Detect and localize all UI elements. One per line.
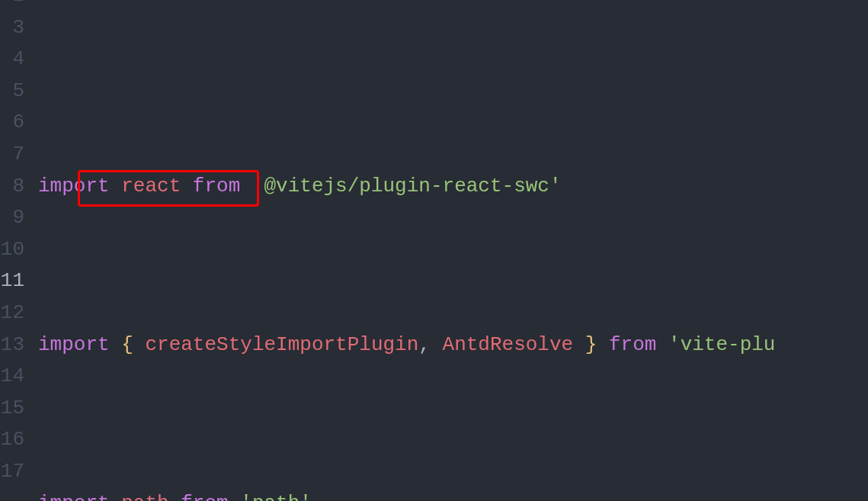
keyword-import: import	[38, 492, 110, 502]
line-number: 14	[0, 361, 24, 393]
line-number: 5	[0, 75, 24, 108]
line-number-active: 11	[0, 265, 24, 297]
code-content[interactable]: import react from '@vitejs/plugin-react-…	[38, 0, 868, 501]
brace: {	[121, 333, 133, 356]
keyword-import: import	[38, 333, 110, 356]
code-line[interactable]: import react from '@vitejs/plugin-react-…	[38, 171, 868, 203]
brace: }	[585, 333, 597, 356]
line-number: 9	[0, 202, 24, 234]
identifier: AntdResolve	[443, 333, 574, 356]
comma: ,	[418, 333, 431, 356]
keyword-from: from	[609, 333, 656, 356]
line-number: 4	[0, 43, 24, 75]
line-number: 15	[0, 393, 24, 425]
line-number: 6	[0, 107, 24, 139]
line-number: 2	[0, 0, 24, 12]
identifier: react	[121, 175, 181, 198]
line-number: 10	[0, 234, 24, 266]
code-line[interactable]: import path from 'path'	[38, 488, 868, 502]
line-number: 12	[0, 297, 24, 329]
identifier: path	[121, 492, 168, 502]
code-line[interactable]: import { createStyleImportPlugin, AntdRe…	[38, 329, 868, 361]
line-number: 7	[0, 139, 24, 171]
string-literal: 'path'	[240, 492, 312, 502]
code-editor[interactable]: 2 3 4 5 6 7 8 9 10 11 12 13 14 15 16 17 …	[0, 0, 868, 501]
string-literal: 'vite-plu	[668, 333, 775, 356]
line-gutter: 2 3 4 5 6 7 8 9 10 11 12 13 14 15 16 17	[0, 0, 38, 501]
identifier: createStyleImportPlugin	[145, 333, 418, 356]
line-number: 16	[0, 424, 24, 456]
keyword-import: import	[38, 175, 110, 198]
line-number: 17	[0, 456, 24, 488]
string-literal: '@vitejs/plugin-react-swc'	[252, 175, 562, 198]
keyword-from: from	[181, 492, 228, 502]
line-number: 3	[0, 12, 24, 44]
line-number: 13	[0, 329, 24, 361]
keyword-from: from	[193, 175, 240, 198]
line-number: 8	[0, 171, 24, 203]
